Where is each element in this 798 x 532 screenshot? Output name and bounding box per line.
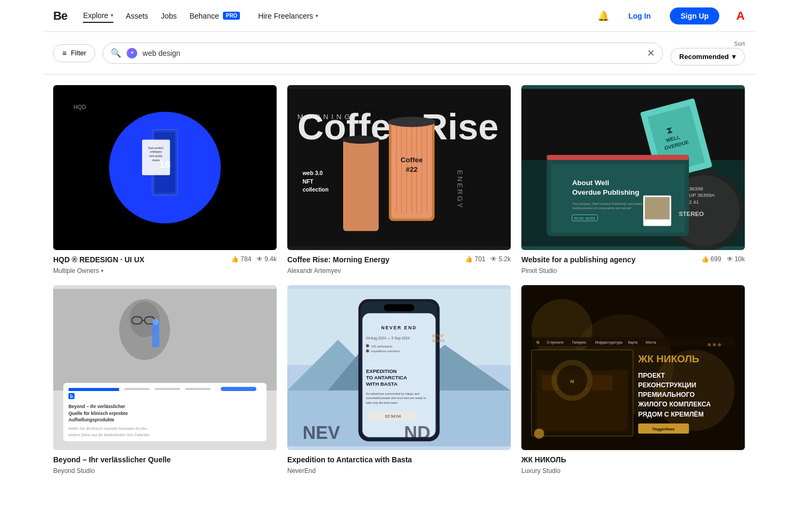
svg-text:NFT: NFT (303, 178, 314, 185)
svg-text:The company "Well Overdue Publ: The company "Well Overdue Publishing" wa… (572, 202, 651, 205)
svg-text:36399: 36399 (689, 186, 703, 192)
svg-text:EXPEDITION: EXPEDITION (366, 368, 397, 374)
svg-text:2 41: 2 41 (689, 199, 699, 205)
svg-text:02:34:04: 02:34:04 (385, 414, 401, 419)
like-icon: 👍 (701, 255, 709, 263)
svg-text:WITH BASTA: WITH BASTA (366, 381, 397, 387)
navbar: Be Explore ▾ Assets Jobs Behance PRO Hir… (43, 0, 755, 32)
nav-behance[interactable]: Behance PRO (189, 10, 240, 22)
svg-text:90°0"0": 90°0"0" (432, 334, 444, 338)
nav-assets[interactable]: Assets (126, 10, 148, 22)
view-icon: 👁 (491, 255, 497, 263)
svg-rect-51 (645, 197, 670, 219)
svg-text:Галерея: Галерея (572, 340, 586, 345)
grid-row-1: 18 Each product undergoes strict quality… (53, 85, 745, 275)
svg-rect-115 (593, 375, 613, 390)
ai-search-icon: ✦ (127, 48, 137, 59)
grid-row-2: b Beyond – Ihr verlässlicher Quelle für … (53, 285, 745, 475)
nav-explore[interactable]: Explore ▾ (83, 9, 113, 23)
card-2-image: Coffee Rise MORNING ENERGY Coffee #22 (287, 85, 511, 250)
svg-rect-68 (155, 388, 180, 390)
card-3-info: Website for a publishing agency 👍 699 👁 … (521, 250, 745, 266)
svg-text:Each product: Each product (148, 147, 164, 149)
svg-text:ENERGY: ENERGY (456, 170, 464, 210)
svg-rect-63 (152, 322, 159, 347)
svg-rect-67 (124, 388, 150, 390)
svg-text:Aufhellungsprodukte: Aufhellungsprodukte (69, 417, 114, 422)
card-2-info: Coffee Rise: Morning Energy 👍 701 👁 5.2k (287, 250, 511, 266)
card-3-likes: 👍 699 (701, 255, 721, 263)
search-input[interactable] (143, 49, 642, 57)
card-1-stats: 👍 784 👁 9.4k (231, 255, 277, 263)
card-3-image: WELL OVERDUE ⧗ About Well Overdue Publis… (521, 85, 745, 250)
card-4-owner: Beyond Studio (53, 467, 277, 475)
clear-search-button[interactable]: ✕ (647, 47, 655, 59)
card-2[interactable]: Coffee Rise MORNING ENERGY Coffee #22 (287, 85, 511, 275)
svg-rect-70 (221, 387, 256, 391)
explore-chevron-icon: ▾ (111, 12, 113, 18)
svg-text:STEREO: STEREO (679, 211, 704, 217)
svg-text:Подробнее: Подробнее (652, 427, 675, 431)
svg-text:collection: collection (303, 186, 329, 193)
hire-chevron-icon: ▾ (315, 13, 318, 19)
nav-jobs[interactable]: Jobs (161, 10, 177, 22)
svg-text:take only the best team: take only the best team (366, 401, 397, 404)
svg-text:weitere Zahre und die Wohlbefi: weitere Zahre und die Wohlbefinden Ihrer… (68, 433, 150, 437)
svg-rect-42 (547, 155, 689, 160)
card-1-likes: 👍 784 (231, 255, 251, 263)
notification-bell-button[interactable]: 🔔 (597, 10, 609, 22)
svg-rect-33 (521, 89, 745, 160)
card-6-info: ЖК НИКОЛЬ (521, 450, 745, 466)
svg-text:checks: checks (152, 159, 160, 162)
nav-hire[interactable]: Hire Freelancers ▾ (258, 10, 318, 22)
card-6-owner: Luxury Studio (521, 467, 745, 475)
gallery: 18 Each product undergoes strict quality… (43, 74, 755, 485)
card-3[interactable]: WELL OVERDUE ⧗ About Well Overdue Publis… (521, 85, 745, 275)
card-5[interactable]: NEVER END 04 Aug 2024 — 5 Sep 2024 102 p… (287, 285, 511, 475)
svg-rect-69 (185, 388, 211, 390)
svg-text:102 participants: 102 participants (371, 345, 393, 348)
svg-text:РЕКОНСТРУКЦИИ: РЕКОНСТРУКЦИИ (638, 381, 696, 389)
card-5-owner: NeverEnd (287, 467, 511, 475)
card-1[interactable]: 18 Each product undergoes strict quality… (53, 85, 277, 275)
card-1-image: 18 Each product undergoes strict quality… (53, 85, 277, 250)
search-input-wrap: 🔍 ✦ ✕ (103, 43, 663, 64)
svg-text:ПРОЕКТ: ПРОЕКТ (638, 372, 666, 379)
svg-point-28 (342, 136, 380, 144)
svg-text:Места: Места (646, 340, 656, 344)
svg-text:READ MORE: READ MORE (574, 217, 596, 220)
svg-text:strict quality: strict quality (149, 155, 163, 157)
card-3-views: 👁 10k (727, 255, 745, 263)
sort-chevron-icon: ▾ (732, 53, 736, 61)
login-button[interactable]: Log In (622, 9, 657, 23)
filter-button[interactable]: ≡ Filter (53, 44, 95, 62)
svg-point-93 (366, 350, 369, 353)
svg-text:Coffee: Coffee (401, 156, 423, 164)
svg-text:NEVER END: NEVER END (381, 325, 417, 330)
filter-sliders-icon: ≡ (62, 49, 66, 57)
svg-text:b: b (70, 394, 73, 399)
svg-text:web 3.0: web 3.0 (302, 170, 323, 176)
view-icon: 👁 (727, 255, 733, 263)
svg-text:MORNING: MORNING (297, 113, 353, 121)
svg-text:UP 36399A: UP 36399A (689, 192, 715, 198)
behance-logo[interactable]: Be (53, 9, 67, 23)
svg-text:About Well: About Well (572, 179, 609, 187)
card-5-image: NEVER END 04 Aug 2024 — 5 Sep 2024 102 p… (287, 285, 511, 450)
card-6[interactable]: N ЖК НИКОЛЬ ПРОЕКТ РЕКОНСТРУКЦИИ ПРЕМИАЛ… (521, 285, 745, 475)
card-4[interactable]: b Beyond – Ihr verlässlicher Quelle für … (53, 285, 277, 475)
svg-text:#22: #22 (406, 165, 418, 173)
svg-text:Overdue Publishing: Overdue Publishing (572, 188, 639, 196)
signup-button[interactable]: Sign Up (670, 7, 719, 24)
sort-button[interactable]: Recommended ▾ (670, 48, 745, 65)
svg-text:SOUTH: SOUTH (432, 339, 445, 343)
svg-text:РЯДОМ С КРЕМЛЁМ: РЯДОМ С КРЕМЛЁМ (638, 410, 704, 418)
svg-rect-27 (343, 140, 379, 231)
card-1-owner: Multiple Owners ▾ (53, 267, 277, 275)
card-5-info: Expedition to Antarctica with Basta (287, 450, 511, 466)
like-icon: 👍 (231, 255, 239, 263)
svg-text:TO ANTARCTICA: TO ANTARCTICA (366, 375, 407, 380)
svg-text:undergoes: undergoes (150, 151, 162, 153)
card-2-likes: 👍 701 (465, 255, 485, 263)
svg-text:ЖК НИКОЛЬ: ЖК НИКОЛЬ (638, 353, 700, 364)
